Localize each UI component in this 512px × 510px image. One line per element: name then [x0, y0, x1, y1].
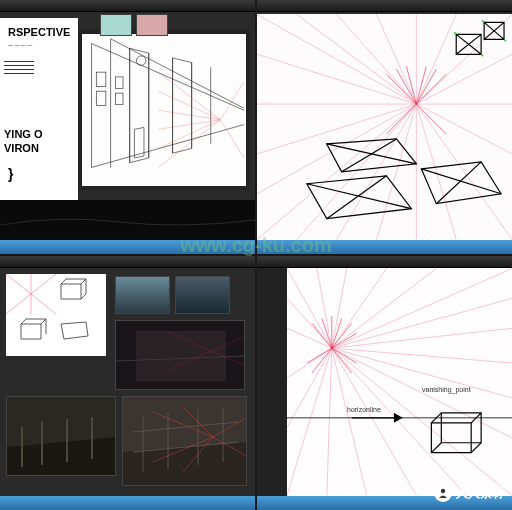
svg-line-85	[332, 348, 512, 495]
dark-sidebar[interactable]	[257, 268, 287, 496]
industrial-concept	[7, 397, 115, 475]
thumb-ref-2[interactable]	[136, 14, 168, 36]
svg-line-23	[416, 104, 512, 154]
taskbar-bl[interactable]	[0, 496, 255, 510]
svg-line-103	[312, 348, 332, 373]
svg-line-46	[31, 294, 56, 314]
single-point-perspective	[287, 268, 512, 496]
main-canvas-tr[interactable]	[257, 14, 512, 240]
construction-concept	[123, 397, 246, 485]
sketch-hatching	[4, 58, 34, 77]
svg-line-11	[220, 82, 244, 120]
svg-line-34	[257, 54, 416, 104]
logo-text: 人人素材	[456, 485, 504, 502]
svg-point-110	[441, 489, 445, 493]
svg-line-94	[287, 298, 332, 348]
svg-line-28	[337, 104, 417, 239]
svg-rect-50	[136, 331, 226, 381]
svg-line-74	[287, 269, 332, 349]
dark-landscape	[0, 200, 255, 240]
titlebar-tr[interactable]	[257, 0, 512, 12]
boxes-panel[interactable]	[6, 274, 106, 356]
thumb-ref-1[interactable]	[100, 14, 132, 36]
svg-line-19	[416, 14, 456, 104]
quadrant-br: vanishing_point horizonline	[257, 256, 512, 510]
titlebar-br[interactable]	[257, 256, 512, 268]
titlebar-bl[interactable]	[0, 256, 255, 268]
svg-line-14	[257, 14, 416, 104]
logo-overlay: 人人素材	[434, 484, 504, 502]
screenshot-grid: RSPECTIVE — — — — YING O VIRON }	[0, 0, 512, 510]
concept-thumb-5[interactable]	[122, 396, 247, 486]
svg-line-95	[312, 323, 332, 348]
svg-line-43	[6, 274, 31, 294]
svg-line-78	[332, 269, 437, 349]
svg-line-92	[287, 348, 332, 378]
svg-line-99	[332, 323, 352, 348]
svg-line-101	[332, 348, 357, 363]
quadrant-tr: TIVE	[257, 0, 512, 254]
architectural-sketch	[82, 34, 246, 187]
dark-interior-art	[116, 321, 244, 389]
title-line1: RSPECTIVE	[8, 26, 70, 38]
concept-thumb-2[interactable]	[175, 276, 230, 314]
title-line2: YING O	[4, 128, 43, 140]
svg-line-76	[332, 269, 347, 349]
quadrant-tl: RSPECTIVE — — — — YING O VIRON }	[0, 0, 255, 254]
cube-sketches	[6, 274, 106, 356]
svg-line-90	[287, 348, 332, 495]
perspective-title-panel: RSPECTIVE — — — — YING O VIRON }	[0, 18, 78, 218]
concept-thumb-4[interactable]	[6, 396, 116, 476]
main-canvas-tl[interactable]	[78, 30, 250, 190]
bracket-glyph: }	[8, 166, 13, 182]
svg-rect-3	[115, 93, 123, 104]
svg-rect-0	[96, 72, 106, 86]
svg-line-93	[287, 328, 332, 348]
taskbar-tr[interactable]	[257, 240, 512, 254]
svg-line-30	[257, 104, 416, 239]
svg-line-91	[287, 348, 332, 428]
vp-label: vanishing_point	[422, 386, 471, 393]
concept-thumb-1[interactable]	[115, 276, 170, 314]
svg-line-75	[317, 269, 332, 349]
svg-line-44	[31, 274, 56, 294]
svg-line-86	[332, 348, 466, 495]
svg-line-87	[332, 348, 417, 495]
svg-rect-2	[115, 77, 123, 88]
taskbar-tl[interactable]	[0, 240, 255, 254]
svg-line-45	[6, 294, 31, 314]
svg-line-108	[431, 443, 441, 453]
svg-line-40	[416, 74, 446, 104]
titlebar-tl[interactable]	[0, 0, 255, 12]
main-canvas-br[interactable]: vanishing_point horizonline	[287, 268, 512, 496]
subtitle-text: — — — —	[8, 42, 70, 48]
title-line3: VIRON	[4, 142, 39, 154]
svg-line-15	[297, 14, 417, 104]
svg-line-81	[332, 328, 512, 348]
svg-rect-1	[96, 91, 106, 105]
perspective-grid-drawing	[257, 14, 512, 240]
concept-thumb-3[interactable]	[115, 320, 245, 390]
svg-line-89	[327, 348, 332, 495]
svg-line-80	[332, 298, 512, 348]
svg-line-16	[337, 14, 417, 104]
svg-line-17	[377, 14, 417, 104]
svg-point-4	[136, 56, 146, 66]
horizon-label: horizonline	[347, 406, 381, 413]
svg-line-29	[297, 104, 417, 239]
logo-icon	[434, 484, 452, 502]
quadrant-bl	[0, 256, 255, 510]
bottom-dark-panel	[0, 200, 255, 240]
